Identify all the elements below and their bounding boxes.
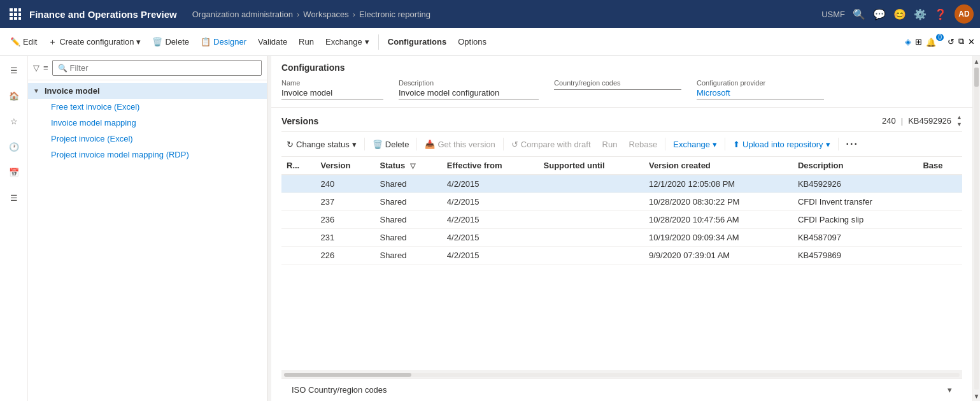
tree-item-label: Free text invoice (Excel): [51, 102, 139, 112]
svg-rect-7: [14, 17, 17, 20]
tree-item-invoice-mapping[interactable]: Invoice model mapping: [28, 115, 267, 131]
tree-filter-icon[interactable]: ▽: [33, 63, 39, 73]
expand-icon: ▼: [33, 87, 39, 94]
configurations-button[interactable]: Configurations: [383, 34, 451, 49]
user-avatar[interactable]: AD: [955, 4, 974, 24]
cell-effective: 4/2/2015: [442, 211, 539, 229]
breadcrumb-workspaces[interactable]: Workspaces: [303, 10, 348, 19]
cell-base: [918, 229, 962, 247]
desc-value: Invoice model configuration: [399, 88, 539, 99]
config-provider-field: Configuration provider Microsoft: [697, 79, 824, 99]
designer-button[interactable]: 📋 Designer: [195, 34, 252, 49]
refresh-icon[interactable]: ↺: [948, 37, 955, 47]
cell-desc: CFDI Invent transfer: [793, 193, 918, 211]
delete-button[interactable]: 🗑️ Delete: [147, 34, 194, 49]
tree-lines-icon[interactable]: ≡: [43, 63, 48, 73]
versions-badge: 240 | KB4592926 ▲ ▼: [882, 114, 962, 128]
status-filter-icon[interactable]: ▽: [410, 162, 415, 170]
tree-item-label: Project invoice (Excel): [51, 134, 133, 143]
cell-base: [918, 211, 962, 229]
filter-right-icon[interactable]: ◈: [905, 37, 911, 47]
notifications-icon[interactable]: 🔔0: [926, 36, 944, 47]
country-value: [554, 88, 681, 90]
calendar-icon[interactable]: 📅: [3, 161, 25, 184]
hamburger-icon[interactable]: ☰: [3, 59, 25, 82]
col-created: Version created: [644, 157, 793, 175]
compare-draft-button[interactable]: ↺ Compare with draft: [506, 137, 596, 152]
h-scroll-thumb[interactable]: [284, 373, 411, 377]
scroll-up-button[interactable]: ▲: [973, 56, 980, 66]
edit-button[interactable]: ✏️ Edit: [5, 34, 42, 49]
table-row[interactable]: 236 Shared 4/2/2015 10/28/2020 10:47:56 …: [281, 211, 962, 229]
table-row[interactable]: 240 Shared 4/2/2015 12/1/2020 12:05:08 P…: [281, 175, 962, 193]
open-new-icon[interactable]: ⧉: [958, 36, 964, 47]
cell-version: 236: [316, 211, 375, 229]
delete-icon: 🗑️: [373, 140, 383, 149]
h-scroll-track: [284, 373, 960, 377]
versions-expand-collapse[interactable]: ▲ ▼: [956, 114, 962, 128]
breadcrumb-org[interactable]: Organization administration: [192, 10, 293, 19]
close-icon[interactable]: ✕: [968, 37, 975, 47]
tree-item-invoice-model[interactable]: ▼ Invoice model: [28, 83, 267, 99]
versions-header: Versions 240 | KB4592926 ▲ ▼: [281, 108, 962, 132]
star-icon[interactable]: ☆: [3, 110, 25, 133]
table-row[interactable]: 226 Shared 4/2/2015 9/9/2020 07:39:01 AM…: [281, 247, 962, 265]
chevron-up-icon: ▲: [956, 114, 962, 120]
upload-repository-button[interactable]: ⬆ Upload into repository ▾: [728, 137, 835, 152]
table-row[interactable]: 231 Shared 4/2/2015 10/19/2020 09:09:34 …: [281, 229, 962, 247]
upload-chevron-icon: ▾: [826, 140, 830, 149]
help-icon[interactable]: ❓: [934, 8, 947, 20]
right-scrollbar[interactable]: ▲ ▼: [972, 56, 980, 401]
run-button[interactable]: Run: [294, 34, 319, 49]
get-version-button[interactable]: 📥 Get this version: [420, 137, 500, 152]
versions-delete-button[interactable]: 🗑️ Delete: [367, 137, 415, 152]
col-status: Status ▽: [374, 157, 441, 175]
exchange-version-button[interactable]: Exchange ▾: [668, 137, 722, 152]
scroll-down-button[interactable]: ▼: [973, 391, 980, 401]
svg-rect-0: [10, 8, 13, 11]
tree-search-icon: 🔍: [58, 64, 67, 73]
chat-icon[interactable]: 💬: [873, 8, 886, 20]
run-version-button[interactable]: Run: [597, 137, 623, 152]
exchange-button[interactable]: Exchange ▾: [320, 34, 374, 49]
rebase-button[interactable]: Rebase: [623, 137, 662, 152]
cell-r: [281, 229, 316, 247]
provider-value[interactable]: Microsoft: [697, 88, 824, 99]
tree-search-input[interactable]: [70, 63, 256, 73]
clock-icon[interactable]: 🕐: [3, 135, 25, 158]
breadcrumb: Organization administration › Workspaces…: [192, 10, 816, 19]
iso-chevron-icon: ▾: [948, 385, 952, 395]
grid-view-icon[interactable]: ⊞: [915, 37, 922, 47]
svg-rect-1: [14, 8, 17, 11]
cell-version: 231: [316, 229, 375, 247]
list-icon[interactable]: ☰: [3, 186, 25, 209]
change-status-button[interactable]: ↻ Change status ▾: [281, 137, 362, 152]
options-button[interactable]: Options: [453, 34, 492, 49]
settings-icon[interactable]: ⚙️: [914, 8, 927, 20]
breadcrumb-er[interactable]: Electronic reporting: [359, 10, 430, 19]
col-r: R...: [281, 157, 316, 175]
tree-item-label: Project invoice model mapping (RDP): [51, 150, 189, 159]
more-options-button[interactable]: ···: [841, 136, 863, 152]
scroll-track: [974, 68, 979, 390]
v-separator-1: [364, 138, 365, 150]
create-config-button[interactable]: ＋ Create configuration ▾: [43, 34, 146, 50]
smiley-icon[interactable]: 😊: [893, 8, 906, 20]
iso-section[interactable]: ISO Country/region codes ▾: [281, 378, 962, 401]
tree-item-project-invoice[interactable]: Project invoice (Excel): [28, 131, 267, 147]
horizontal-scrollbar[interactable]: [281, 370, 962, 378]
scroll-thumb[interactable]: [974, 68, 979, 87]
app-grid-icon[interactable]: [6, 5, 24, 23]
versions-toolbar: ↻ Change status ▾ 🗑️ Delete 📥 Get this v…: [281, 132, 962, 157]
tree-item-free-text[interactable]: Free text invoice (Excel): [28, 99, 267, 115]
cell-created: 10/28/2020 08:30:22 PM: [644, 193, 793, 211]
col-base: Base: [918, 157, 962, 175]
tree-search-box[interactable]: 🔍: [52, 60, 262, 76]
home-icon[interactable]: 🏠: [3, 84, 25, 107]
top-navbar: Finance and Operations Preview Organizat…: [0, 0, 980, 28]
country-label: Country/region codes: [554, 79, 681, 87]
table-row[interactable]: 237 Shared 4/2/2015 10/28/2020 08:30:22 …: [281, 193, 962, 211]
search-icon[interactable]: 🔍: [853, 8, 865, 20]
validate-button[interactable]: Validate: [253, 34, 292, 49]
tree-item-project-mapping[interactable]: Project invoice model mapping (RDP): [28, 147, 267, 163]
